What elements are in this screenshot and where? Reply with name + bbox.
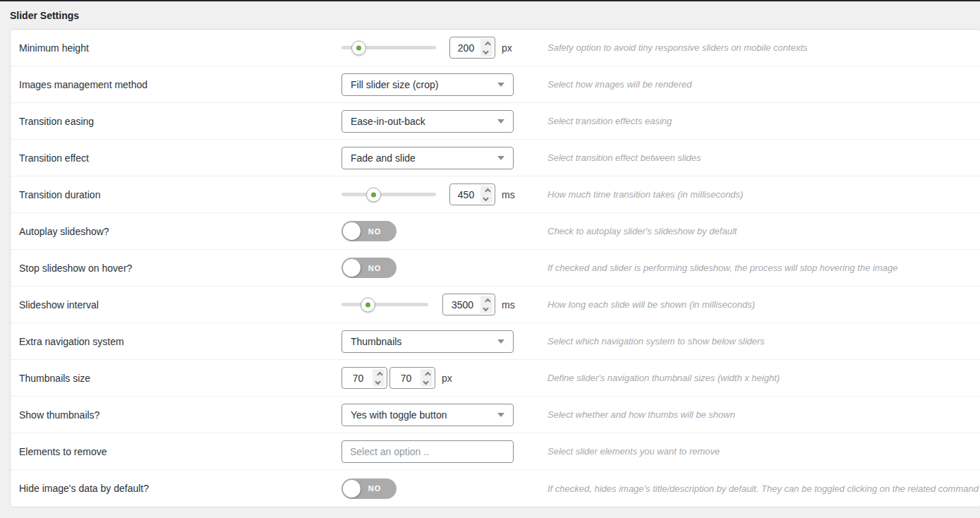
unit-label: ms bbox=[502, 189, 515, 200]
setting-description: Select how images will be rendered bbox=[548, 79, 980, 90]
dropdown-select[interactable]: Yes with toggle button bbox=[341, 404, 514, 426]
toggle-knob bbox=[343, 259, 361, 277]
spinner-up-icon[interactable] bbox=[377, 371, 382, 377]
spinner-buttons[interactable] bbox=[373, 369, 385, 387]
setting-control: Fill slider size (crop) bbox=[341, 73, 548, 96]
toggle-state-label: NO bbox=[361, 258, 388, 278]
toggle-knob bbox=[343, 222, 361, 240]
settings-row: Transition easingEase-in-out-backSelect … bbox=[11, 103, 980, 140]
dropdown-selected-value: Fill slider size (crop) bbox=[351, 79, 438, 90]
number-input[interactable]: 70 bbox=[389, 367, 435, 389]
spinner-up-icon[interactable] bbox=[485, 298, 490, 303]
settings-row: Extra navigation systemThumbnailsSelect … bbox=[11, 323, 980, 360]
dropdown-selected-value: Ease-in-out-back bbox=[351, 116, 425, 127]
spinner-buttons[interactable] bbox=[480, 296, 492, 313]
setting-label: Stop slideshow on hover? bbox=[11, 263, 341, 274]
range-slider[interactable] bbox=[341, 46, 436, 49]
toggle-switch[interactable]: NO bbox=[341, 258, 397, 278]
spinner-up-icon[interactable] bbox=[425, 371, 430, 377]
settings-rows: Minimum height200pxSafety option to avoi… bbox=[11, 30, 980, 507]
spinner-buttons[interactable] bbox=[480, 39, 492, 56]
toggle-switch[interactable]: NO bbox=[341, 221, 397, 241]
dropdown-selected-value: Fade and slide bbox=[351, 152, 416, 164]
dropdown-select[interactable]: Ease-in-out-back bbox=[341, 110, 514, 133]
chevron-down-icon bbox=[497, 156, 504, 160]
setting-description: If checked and slider is performing slid… bbox=[548, 263, 980, 273]
setting-control: NO bbox=[341, 478, 548, 499]
setting-control: NO bbox=[341, 221, 548, 241]
setting-control bbox=[341, 440, 548, 463]
dropdown-select[interactable]: Fill slider size (crop) bbox=[341, 73, 514, 96]
setting-label: Extra navigation system bbox=[11, 336, 341, 347]
setting-description: Select which navigation system to show b… bbox=[548, 336, 980, 347]
setting-label: Transition effect bbox=[11, 152, 341, 164]
setting-description: If checked, hides image's title/descript… bbox=[548, 483, 980, 494]
toggle-switch[interactable]: NO bbox=[341, 478, 397, 499]
settings-row: Hide image's data by default?NOIf checke… bbox=[11, 470, 980, 507]
settings-row: Images management methodFill slider size… bbox=[11, 66, 980, 103]
toggle-state-label: NO bbox=[361, 478, 388, 499]
setting-description: Check to autoplay slider's slideshow by … bbox=[548, 226, 980, 236]
top-border-bar bbox=[0, 0, 980, 1]
spinner-buttons[interactable] bbox=[421, 369, 432, 387]
spinner-down-icon[interactable] bbox=[483, 48, 488, 54]
setting-description: Select transition effect between slides bbox=[548, 152, 980, 163]
slider-handle[interactable] bbox=[366, 187, 381, 202]
number-input-value: 3500 bbox=[443, 299, 479, 311]
spinner-down-icon[interactable] bbox=[483, 195, 488, 200]
slider-handle[interactable] bbox=[351, 40, 366, 55]
setting-control: 450ms bbox=[341, 183, 548, 205]
toggle-knob bbox=[343, 480, 361, 498]
section-title: Slider Settings bbox=[10, 10, 79, 21]
slider-handle[interactable] bbox=[361, 297, 375, 312]
number-input-value: 450 bbox=[450, 189, 479, 200]
settings-row: Transition effectFade and slideSelect tr… bbox=[11, 140, 980, 176]
spinner-down-icon[interactable] bbox=[483, 305, 488, 311]
setting-description: Safety option to avoid tiny responsive s… bbox=[548, 42, 980, 53]
setting-control: Yes with toggle button bbox=[341, 404, 548, 426]
spinner-down-icon[interactable] bbox=[375, 378, 380, 384]
settings-row: Stop slideshow on hover?NOIf checked and… bbox=[11, 250, 980, 287]
spinner-buttons[interactable] bbox=[480, 186, 492, 203]
toggle-state-label: NO bbox=[361, 221, 388, 241]
settings-row: Slideshow interval3500msHow long each sl… bbox=[11, 287, 980, 323]
dropdown-selected-value: Yes with toggle button bbox=[351, 409, 447, 421]
setting-label: Hide image's data by default? bbox=[11, 483, 341, 494]
setting-description: Select slider elements you want to remov… bbox=[548, 446, 980, 457]
setting-description: How much time transition takes (in milli… bbox=[548, 189, 980, 200]
settings-panel: Minimum height200pxSafety option to avoi… bbox=[10, 29, 980, 507]
dropdown-selected-value: Thumbnails bbox=[351, 336, 401, 347]
number-input[interactable]: 3500 bbox=[442, 294, 495, 315]
setting-label: Slideshow interval bbox=[11, 299, 341, 311]
number-input-value: 70 bbox=[342, 373, 371, 384]
unit-label: ms bbox=[502, 299, 515, 311]
number-input-value: 200 bbox=[450, 42, 479, 54]
chevron-down-icon bbox=[497, 339, 504, 344]
setting-control: Ease-in-out-back bbox=[341, 110, 548, 133]
spinner-up-icon[interactable] bbox=[485, 188, 490, 193]
setting-label: Elements to remove bbox=[11, 446, 341, 457]
dropdown-select[interactable]: Thumbnails bbox=[341, 330, 514, 353]
settings-row: Thumbnails size7070pxDefine slider's nav… bbox=[11, 360, 980, 397]
settings-row: Minimum height200pxSafety option to avoi… bbox=[11, 30, 980, 66]
chevron-down-icon bbox=[497, 83, 504, 87]
setting-label: Thumbnails size bbox=[11, 373, 341, 384]
spinner-up-icon[interactable] bbox=[485, 41, 490, 47]
settings-row: Autoplay slideshow?NOCheck to autoplay s… bbox=[11, 213, 980, 250]
unit-label: px bbox=[502, 42, 512, 54]
spinner-down-icon[interactable] bbox=[423, 378, 428, 384]
setting-control: Fade and slide bbox=[341, 147, 548, 169]
number-input[interactable]: 70 bbox=[341, 367, 387, 389]
setting-label: Show thumbnails? bbox=[11, 409, 341, 421]
range-slider[interactable] bbox=[341, 193, 436, 196]
range-slider[interactable] bbox=[341, 303, 428, 306]
settings-row: Elements to removeSelect slider elements… bbox=[11, 433, 980, 470]
chevron-down-icon bbox=[497, 413, 504, 417]
dropdown-select[interactable]: Fade and slide bbox=[341, 147, 514, 169]
multi-select-input[interactable] bbox=[341, 440, 514, 463]
number-input[interactable]: 450 bbox=[449, 183, 495, 205]
number-input[interactable]: 200 bbox=[449, 37, 495, 59]
setting-label: Minimum height bbox=[11, 42, 341, 54]
setting-description: Select transition effects easing bbox=[548, 116, 980, 126]
settings-row: Show thumbnails?Yes with toggle buttonSe… bbox=[11, 397, 980, 433]
